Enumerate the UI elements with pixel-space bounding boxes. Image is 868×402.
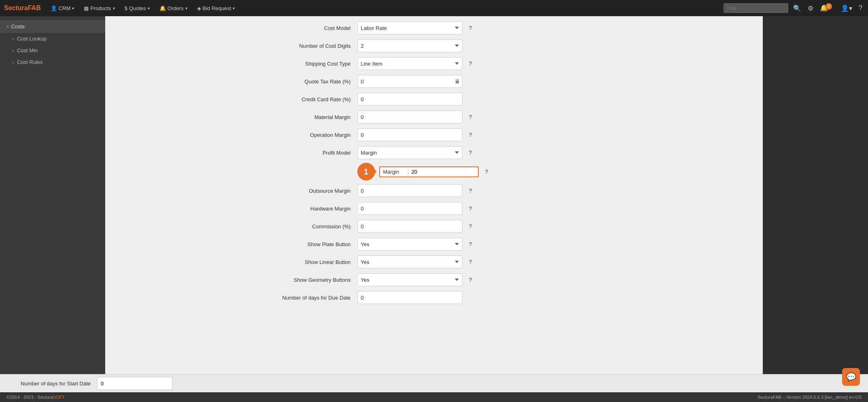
sidebar-costs-label: Costs (11, 23, 25, 30)
input-operation-margin[interactable] (357, 128, 463, 141)
select-show-plate-button[interactable]: Yes No (357, 238, 463, 251)
chevron-right-icon: › (12, 36, 14, 42)
help-shipping-cost-type[interactable]: ? (466, 60, 475, 67)
search-icon-button[interactable]: 🔍 (792, 3, 803, 14)
label-credit-card-rate: Credit Card Rate (%) (268, 96, 357, 102)
help-show-plate-button[interactable]: ? (466, 241, 475, 247)
user-menu-button[interactable]: 👤▾ (839, 3, 854, 14)
annotation-number: 1 (364, 167, 368, 177)
main-layout: » Costs › Cost Lookup › Cost Min › Cost … (0, 16, 868, 374)
sidebar: » Costs › Cost Lookup › Cost Min › Cost … (0, 16, 105, 374)
sidebar-item-cost-lookup[interactable]: › Cost Lookup (0, 33, 105, 45)
bottom-form-row: Number of days for Start Date (0, 374, 868, 392)
form-row-hardware-margin: Hardware Margin ? (268, 201, 600, 216)
notification-badge: 0 (826, 3, 832, 10)
input-quote-tax-rate[interactable] (357, 75, 463, 88)
input-credit-card-rate[interactable] (357, 93, 463, 106)
help-commission[interactable]: ? (466, 223, 475, 230)
label-shipping-cost-type: Shipping Cost Type (268, 61, 357, 67)
sidebar-item-cost-min[interactable]: › Cost Min (0, 45, 105, 56)
form-row-show-geometry-buttons: Show Geometry Buttons Yes No ? (268, 272, 600, 287)
form-row-profit-model: Profit Model Margin ? (268, 145, 600, 160)
chevron-down-icon: ▾ (113, 6, 115, 11)
input-material-margin[interactable] (357, 111, 463, 123)
help-outsource-margin[interactable]: ? (466, 187, 475, 194)
help-show-linear-button[interactable]: ? (466, 259, 475, 265)
footer: ©2014 - 2023 - SecturaSOFT SecturaFAB – … (0, 392, 868, 402)
label-profit-model: Profit Model (268, 150, 357, 156)
select-show-linear-button[interactable]: Yes No (357, 255, 463, 268)
input-hardware-margin[interactable] (357, 202, 463, 215)
label-show-plate-button: Show Plate Button (268, 241, 357, 247)
form-row-margin: 1 Margin ? (268, 163, 600, 181)
select-cost-model[interactable]: Labor Rate (357, 21, 463, 34)
nav-quotes[interactable]: $ Quotes ▾ (121, 3, 154, 14)
help-cost-model[interactable]: ? (466, 25, 475, 31)
label-commission: Commission (%) (268, 223, 357, 230)
footer-version: SecturaFAB – Version 2024.5.6.3 [kec_dem… (758, 395, 862, 400)
label-hardware-margin: Hardware Margin (268, 206, 357, 212)
form-row-num-cost-digits: Number of Cost Digits 2 ? (268, 38, 600, 53)
brand-suffix: FAB (28, 4, 41, 11)
label-outsource-margin: Outsource Margin (268, 188, 357, 194)
help-operation-margin[interactable]: ? (466, 132, 475, 138)
help-margin[interactable]: ? (482, 168, 492, 175)
chevron-right-icon: » (6, 24, 9, 29)
label-quote-tax-rate: Quote Tax Rate (%) (268, 79, 357, 85)
grid-icon: ▦ (84, 5, 89, 11)
nav-bid-request[interactable]: ◈ Bid Request ▾ (193, 3, 239, 14)
nav-products[interactable]: ▦ Products ▾ (80, 3, 119, 14)
nav-crm[interactable]: 👤 CRM ▾ (47, 3, 79, 14)
chevron-down-icon: ▾ (148, 6, 150, 11)
chat-button[interactable]: 💬 (842, 368, 860, 386)
help-search-input[interactable] (724, 3, 788, 13)
help-hardware-margin[interactable]: ? (466, 205, 475, 212)
dollar-icon: $ (125, 5, 127, 11)
chevron-down-icon: ▾ (233, 6, 235, 11)
bid-icon: ◈ (197, 5, 201, 11)
sidebar-item-costs[interactable]: » Costs (0, 20, 105, 33)
nav-right: 🔍 ⚙ 🔔0 👤▾ ? (724, 2, 864, 14)
label-operation-margin: Operation Margin (268, 132, 357, 138)
form-row-credit-card-rate: Credit Card Rate (%) ? (268, 91, 600, 107)
top-nav: SecturaFAB 👤 CRM ▾ ▦ Products ▾ $ Quotes… (0, 0, 868, 16)
form-row-shipping-cost-type: Shipping Cost Type Line Item ? (268, 56, 600, 71)
form-row-cost-model: Cost Model Labor Rate ? (268, 20, 600, 36)
input-days-start-date[interactable] (97, 377, 172, 390)
bell-icon: 🔔 (159, 5, 166, 11)
help-show-geometry-buttons[interactable]: ? (466, 277, 475, 283)
label-show-linear-button: Show Linear Button (268, 259, 357, 265)
chat-icon: 💬 (846, 372, 856, 382)
input-margin-value[interactable] (408, 167, 479, 177)
label-show-geometry-buttons: Show Geometry Buttons (268, 277, 357, 283)
help-material-margin[interactable]: ? (466, 114, 475, 120)
chevron-down-icon: ▾ (72, 6, 74, 11)
select-shipping-cost-type[interactable]: Line Item (357, 57, 463, 70)
select-show-geometry-buttons[interactable]: Yes No (357, 273, 463, 286)
select-num-cost-digits[interactable]: 2 (357, 39, 463, 52)
help-profit-model[interactable]: ? (466, 149, 475, 156)
input-days-due-date[interactable] (357, 291, 463, 304)
label-cost-model: Cost Model (268, 25, 357, 31)
brand-logo[interactable]: SecturaFAB (4, 4, 41, 12)
select-profit-model[interactable]: Margin (357, 146, 463, 159)
nav-orders[interactable]: 🔔 Orders ▾ (155, 3, 191, 14)
form-row-show-plate-button: Show Plate Button Yes No ? (268, 236, 600, 252)
notification-button[interactable]: 🔔0 (818, 2, 836, 14)
form-row-days-due-date: Number of days for Due Date ? (268, 290, 600, 305)
input-commission[interactable] (357, 220, 463, 233)
help-button[interactable]: ? (857, 3, 864, 13)
chevron-right-icon: › (12, 47, 14, 53)
settings-icon-button[interactable]: ⚙ (806, 3, 815, 14)
form-container: Cost Model Labor Rate ? Number of Cost D… (260, 16, 608, 312)
input-outsource-margin[interactable] (357, 184, 463, 197)
form-row-material-margin: Material Margin ? (268, 109, 600, 125)
margin-inner-label: Margin (380, 167, 408, 177)
footer-brand-link[interactable]: SOFT (53, 395, 65, 400)
form-row-show-linear-button: Show Linear Button Yes No ? (268, 254, 600, 270)
label-num-cost-digits: Number of Cost Digits (268, 43, 357, 49)
form-row-operation-margin: Operation Margin ? (268, 127, 600, 143)
sidebar-item-cost-rules[interactable]: › Cost Rules (0, 56, 105, 68)
label-material-margin: Material Margin (268, 114, 357, 120)
form-row-commission: Commission (%) ? (268, 219, 600, 234)
